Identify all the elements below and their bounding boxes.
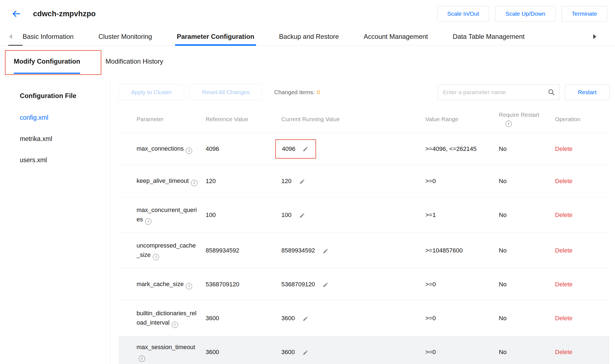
info-icon[interactable]: i <box>186 148 192 154</box>
delete-button[interactable]: Delete <box>555 211 573 218</box>
page-title: cdwch-zmpvhzpo <box>33 10 96 18</box>
reference-value: 3600 <box>198 349 277 356</box>
parameter-name-cell: max_session_timeouti <box>119 343 198 362</box>
current-value: 8589934592 <box>281 247 315 254</box>
subtab-modify-configuration[interactable]: Modify Configuration <box>14 46 80 77</box>
current-value-cell: 3600 <box>277 349 420 356</box>
table-row: max_connectionsi 4096 4096 >=4096, <=262… <box>119 133 609 165</box>
value-range: >=1 <box>420 211 494 219</box>
current-value-cell: 120 <box>277 178 420 185</box>
value-range: >=0 <box>420 178 494 185</box>
tab-parameter-configuration[interactable]: Parameter Configuration <box>175 28 256 45</box>
value-range: >=4096, <=262145 <box>420 145 494 153</box>
annotation-box-current-value: 4096 <box>275 139 316 159</box>
parameter-name-cell: keep_alive_timeouti <box>119 176 198 186</box>
current-value-cell: 5368709120 <box>277 281 420 288</box>
column-header-current-running-value: Current Running Value <box>277 116 420 123</box>
main-tab-bar: Basic Information Cluster Monitoring Par… <box>0 28 615 46</box>
delete-button[interactable]: Delete <box>555 178 573 184</box>
parameter-name-cell: max_connectionsi <box>119 144 198 154</box>
reset-all-changes-button[interactable]: Reset All Changes <box>190 84 262 100</box>
tab-data-table-management[interactable]: Data Table Management <box>451 28 526 45</box>
info-icon[interactable]: i <box>186 283 192 289</box>
table-row: mark_cache_sizei 5368709120 5368709120 >… <box>119 268 609 301</box>
tab-cluster-monitoring[interactable]: Cluster Monitoring <box>97 28 154 45</box>
delete-button[interactable]: Delete <box>555 145 573 152</box>
subtab-modification-history[interactable]: Modification History <box>105 46 163 77</box>
table-row: max_session_timeouti 3600 3600 >=0 No De… <box>119 336 609 364</box>
column-header-operation: Operation <box>549 116 609 123</box>
sidebar-heading: Configuration File <box>20 92 110 100</box>
column-header-parameter: Parameter <box>119 115 198 124</box>
table-row: builtin_dictionaries_reload_intervali 36… <box>119 301 609 336</box>
info-icon[interactable]: i <box>505 121 512 127</box>
reference-value: 8589934592 <box>198 247 277 254</box>
info-icon[interactable]: i <box>191 180 197 186</box>
sidebar-item-metrika-xml[interactable]: metrika.xml <box>20 135 110 143</box>
current-value: 5368709120 <box>281 281 315 288</box>
require-restart: No <box>494 178 549 185</box>
table-header: Parameter Reference Value Current Runnin… <box>119 105 609 133</box>
scale-up-down-button[interactable]: Scale Up/Down <box>495 6 556 21</box>
search-icon[interactable] <box>548 88 555 97</box>
edit-icon[interactable] <box>303 146 308 152</box>
info-icon[interactable]: i <box>153 254 159 260</box>
tab-scroll-left-icon[interactable] <box>0 28 21 45</box>
require-restart: No <box>494 315 549 322</box>
edit-icon[interactable] <box>303 316 308 322</box>
reference-value: 120 <box>198 178 277 185</box>
info-icon[interactable]: i <box>172 322 178 328</box>
edit-icon[interactable] <box>323 248 328 254</box>
require-restart: No <box>494 247 549 254</box>
tab-account-management[interactable]: Account Management <box>362 28 429 45</box>
delete-button[interactable]: Delete <box>555 315 573 322</box>
tab-scroll-right-icon[interactable] <box>584 28 605 45</box>
current-value: 100 <box>281 211 292 218</box>
parameter-name-cell: uncompressed_cache_sizei <box>119 241 198 260</box>
sidebar-item-users-xml[interactable]: users.xml <box>20 156 110 164</box>
edit-icon[interactable] <box>303 350 308 355</box>
top-bar: cdwch-zmpvhzpo Scale In/Out Scale Up/Dow… <box>0 0 615 28</box>
delete-button[interactable]: Delete <box>555 281 573 288</box>
info-icon[interactable]: i <box>145 218 151 225</box>
sub-tab-bar: Modify Configuration Modification Histor… <box>0 46 615 77</box>
info-icon[interactable]: i <box>139 355 145 362</box>
delete-button[interactable]: Delete <box>555 349 573 355</box>
current-value: 3600 <box>281 315 295 322</box>
changed-items: Changed items:0 <box>274 89 320 96</box>
config-file-list: config.xml metrika.xml users.xml <box>20 114 110 164</box>
changed-items-label: Changed items: <box>274 89 315 95</box>
search-input[interactable] <box>438 84 559 100</box>
apply-to-cluster-button[interactable]: Apply to Cluster <box>119 84 184 100</box>
edit-icon[interactable] <box>299 179 305 184</box>
parameter-name-cell: mark_cache_sizei <box>119 279 198 289</box>
require-restart: No <box>494 281 549 288</box>
restart-button[interactable]: Restart <box>565 84 609 100</box>
terminate-button[interactable]: Terminate <box>562 6 607 21</box>
edit-icon[interactable] <box>299 213 305 218</box>
current-value-cell: 100 <box>277 211 420 219</box>
require-restart: No <box>494 349 549 356</box>
current-value: 3600 <box>281 349 295 355</box>
changed-items-count: 0 <box>317 89 320 95</box>
main-panel: Apply to Cluster Reset All Changes Chang… <box>110 77 615 364</box>
edit-icon[interactable] <box>323 282 328 288</box>
sidebar-item-config-xml[interactable]: config.xml <box>20 114 110 121</box>
column-header-require-restart: Require Restart i <box>494 112 549 127</box>
reference-value: 5368709120 <box>198 281 277 288</box>
current-value: 120 <box>281 178 292 184</box>
column-header-value-range: Value Range <box>420 116 494 123</box>
column-header-reference-value: Reference Value <box>198 116 277 123</box>
reference-value: 4096 <box>198 145 277 153</box>
table-row: keep_alive_timeouti 120 120 >=0 No Delet… <box>119 165 609 197</box>
tab-backup-and-restore[interactable]: Backup and Restore <box>277 28 341 45</box>
delete-button[interactable]: Delete <box>555 247 573 254</box>
content: Configuration File config.xml metrika.xm… <box>0 77 615 364</box>
back-icon[interactable] <box>12 8 24 20</box>
value-range: >=104857600 <box>420 247 494 254</box>
parameter-table: Parameter Reference Value Current Runnin… <box>119 105 609 364</box>
current-value: 4096 <box>282 145 295 153</box>
tab-basic-information[interactable]: Basic Information <box>21 28 75 45</box>
scale-in-out-button[interactable]: Scale In/Out <box>437 6 489 21</box>
value-range: >=0 <box>420 349 494 356</box>
